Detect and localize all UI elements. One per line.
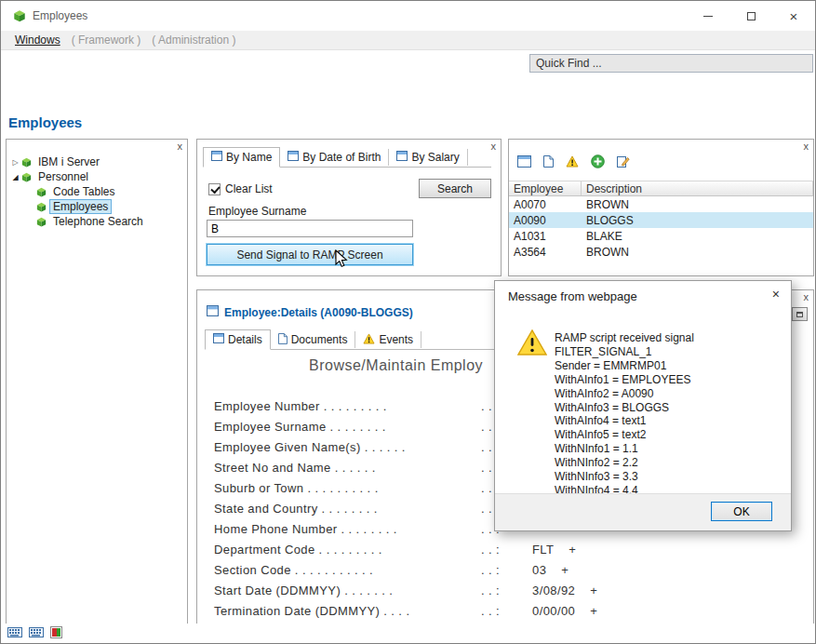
- field-value: 3/08/92+: [532, 584, 597, 597]
- tab-events[interactable]: Events: [355, 331, 421, 348]
- tab-by-salary[interactable]: By Salary: [389, 149, 467, 166]
- filter-panel: x By Name By Date of Birth By Salary Cle…: [196, 139, 502, 276]
- tab-by-date-of-birth[interactable]: By Date of Birth: [280, 149, 389, 166]
- field-label: Termination Date (DDMMYY) . . . .: [214, 604, 409, 618]
- grid-row[interactable]: A3564 BROWN: [509, 244, 813, 260]
- expander-expanded-icon[interactable]: ◢: [10, 173, 20, 181]
- send-signal-button[interactable]: Send Signal to RAMP Screen: [207, 244, 413, 265]
- add-icon[interactable]: [591, 154, 605, 171]
- quick-find[interactable]: Quick Find ...: [529, 54, 813, 73]
- checkbox-icon[interactable]: [208, 183, 221, 195]
- field-label: Home Phone Number . . . . . . . .: [214, 522, 397, 536]
- field-value: FLT+: [532, 543, 576, 557]
- minimize-button[interactable]: [687, 1, 729, 31]
- dialog-message-line: WithAInfo2 = A0090: [555, 387, 791, 401]
- document-icon: [278, 333, 288, 347]
- document-icon[interactable]: [543, 155, 554, 170]
- column-header-employee[interactable]: Employee: [509, 181, 582, 195]
- grid-row[interactable]: A1031 BLAKE: [509, 228, 813, 244]
- results-panel-close-icon[interactable]: x: [804, 141, 809, 152]
- field-label: Start Date (DDMMYY) . . . . . . .: [214, 584, 393, 597]
- tab-label: By Name: [226, 151, 272, 164]
- tree-item-employees[interactable]: Employees: [7, 199, 187, 214]
- field-separator: . . :: [481, 604, 500, 618]
- page-title: Employees: [8, 114, 82, 130]
- component-icon: [35, 186, 47, 198]
- keyboard-icon[interactable]: [29, 627, 44, 640]
- field-label: State and Country . . . . . . . .: [214, 502, 378, 516]
- tree-item-label: Employees: [50, 200, 111, 213]
- prompt-button[interactable]: +: [590, 604, 597, 618]
- app-status-icon[interactable]: [50, 626, 62, 641]
- details-panel-close-icon[interactable]: x: [804, 291, 809, 302]
- tab-label: Details: [228, 333, 262, 346]
- cell-employee: A1031: [509, 230, 582, 243]
- close-icon: ×: [790, 9, 798, 23]
- keyboard-icon[interactable]: [7, 627, 22, 640]
- field-value: 03+: [532, 563, 569, 577]
- tab-documents[interactable]: Documents: [271, 331, 356, 348]
- tab-label: Documents: [291, 333, 348, 346]
- component-icon: [35, 201, 47, 213]
- search-button[interactable]: Search: [419, 179, 491, 198]
- form-title: Browse/Maintain Employ: [309, 357, 483, 374]
- tab-by-name[interactable]: By Name: [203, 147, 280, 168]
- float-panel-button[interactable]: [792, 307, 808, 321]
- menu-bar: Windows ( Framework ) ( Administration ): [1, 31, 815, 50]
- details-title-text: Employee:Details (A0090-BLOGGS): [224, 306, 413, 319]
- cell-description: BLAKE: [582, 230, 813, 243]
- expander-collapsed-icon[interactable]: ▷: [10, 158, 20, 167]
- navigation-tree-panel: x ▷ IBM i Server ◢ Personnel Code Tables…: [6, 139, 188, 624]
- tree-item-ibm-i-server[interactable]: ▷ IBM i Server: [7, 154, 187, 169]
- server-icon: [20, 156, 33, 168]
- tree-item-code-tables[interactable]: Code Tables: [7, 184, 187, 199]
- filter-panel-close-icon[interactable]: x: [491, 141, 497, 152]
- field-label: Employee Number . . . . . . . . .: [214, 399, 387, 413]
- tree-item-telephone-search[interactable]: Telephone Search: [7, 214, 187, 229]
- edit-icon[interactable]: [617, 155, 630, 171]
- warning-icon[interactable]: [566, 155, 579, 170]
- ok-button[interactable]: OK: [711, 502, 772, 521]
- dialog-close-icon[interactable]: ×: [772, 288, 780, 301]
- prompt-button[interactable]: +: [590, 584, 597, 597]
- navigation-tree: ▷ IBM i Server ◢ Personnel Code Tables E…: [7, 154, 187, 229]
- maximize-icon: [747, 12, 756, 20]
- results-panel: x Employee Description A0070 BROWN A0090…: [508, 139, 814, 276]
- field-label: Suburb or Town . . . . . . . . . .: [214, 481, 379, 495]
- employee-surname-input[interactable]: [207, 220, 413, 237]
- dialog-message-line: WithAInfo3 = BLOGGS: [555, 401, 791, 415]
- dialog-message-line: WithAInfo4 = text1: [555, 414, 791, 428]
- results-toolbar: [517, 154, 630, 171]
- prompt-button[interactable]: +: [569, 543, 576, 557]
- tree-item-personnel[interactable]: ◢ Personnel: [7, 169, 187, 184]
- clear-list-label: Clear List: [225, 182, 273, 195]
- clear-list-checkbox[interactable]: Clear List: [208, 182, 273, 195]
- prompt-button[interactable]: +: [561, 563, 569, 577]
- dialog-title: Message from webpage: [508, 289, 637, 303]
- column-header-description[interactable]: Description: [582, 181, 813, 195]
- cell-description: BROWN: [582, 246, 813, 259]
- warning-icon: [363, 333, 375, 347]
- menu-administration: ( Administration ): [146, 34, 241, 47]
- tree-item-label: Code Tables: [50, 185, 118, 198]
- grid-row[interactable]: A0090 BLOGGS: [509, 212, 813, 228]
- app-icon: [12, 8, 27, 26]
- form-icon: [207, 305, 219, 319]
- open-form-icon[interactable]: [517, 155, 531, 170]
- field-label: Employee Surname . . . . . . . .: [214, 420, 386, 434]
- tab-details[interactable]: Details: [205, 329, 271, 350]
- grid-row[interactable]: A0070 BROWN: [509, 196, 813, 212]
- form-field-row: Start Date (DDMMYY) . . . . . . . . . : …: [197, 581, 813, 601]
- minimize-icon: [703, 16, 713, 17]
- restore-icon: [796, 312, 803, 317]
- maximize-button[interactable]: [729, 1, 772, 31]
- dialog-message-line: Sender = EMMRMP01: [555, 359, 791, 373]
- grid-header: Employee Description: [509, 181, 813, 196]
- tree-panel-close-icon[interactable]: x: [178, 141, 183, 152]
- menu-windows[interactable]: Windows: [9, 34, 66, 47]
- close-button[interactable]: ×: [772, 1, 815, 31]
- folder-icon: [20, 171, 33, 183]
- dialog-message-line: WithNInfo1 = 1.1: [555, 442, 791, 456]
- tree-item-label: IBM i Server: [35, 155, 102, 168]
- tree-item-label: Personnel: [35, 170, 91, 183]
